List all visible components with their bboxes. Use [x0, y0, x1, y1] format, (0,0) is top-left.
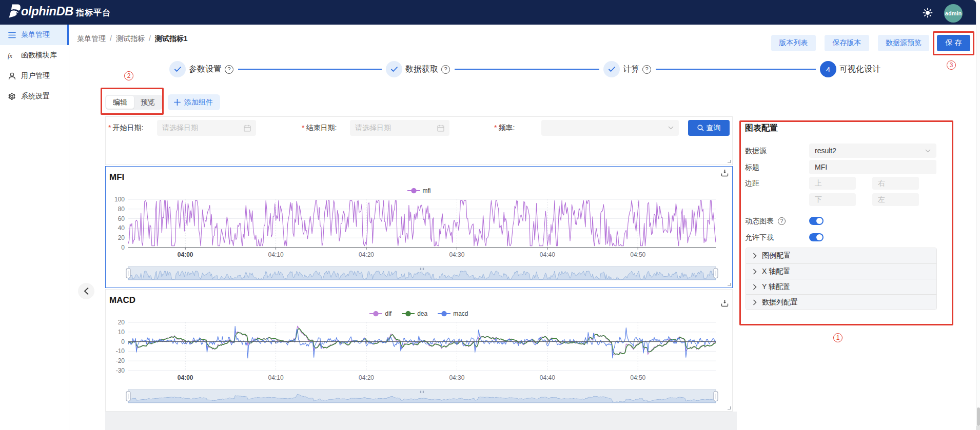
dynamic-chart-label: 动态图表 [745, 217, 774, 225]
sidebar: 菜单管理 fx 函数模块库 用户管理 系统设置 [0, 25, 69, 430]
add-component-label: 添加组件 [184, 98, 213, 107]
mfi-line-chart[interactable]: 02040608010004:0004:1004:2004:3004:4004:… [106, 167, 732, 287]
series-config-row[interactable]: 数据列配置 [746, 294, 936, 310]
scrollbar-thumb[interactable] [977, 407, 980, 426]
edit-tab[interactable]: 编辑 [106, 96, 134, 109]
frequency-label: *频率: [494, 117, 515, 139]
collapse-panel-button[interactable] [78, 283, 94, 299]
config-panel-title: 图表配置 [745, 123, 778, 134]
preview-tab[interactable]: 预览 [134, 96, 162, 109]
theme-toggle-sun-icon[interactable] [923, 8, 933, 18]
start-date-input[interactable]: 请选择日期 [157, 120, 256, 136]
version-list-button[interactable]: 版本列表 [771, 35, 816, 51]
field-label-text: 结束日期 [306, 124, 335, 132]
chart-title-input[interactable]: MFI [809, 160, 936, 174]
sidebar-item-label: 函数模块库 [21, 51, 57, 60]
field-label-text: 开始日期 [112, 124, 141, 132]
macd-chart-card[interactable]: MACD difdeamacd -30-20-100102004:0004:10… [105, 289, 733, 412]
search-icon [697, 125, 704, 131]
chevron-right-icon [753, 284, 757, 290]
step-3-help-icon[interactable]: ? [642, 65, 651, 74]
annotation-number-3: 3 [947, 60, 956, 70]
resize-handle[interactable] [728, 406, 731, 409]
help-icon[interactable]: ? [778, 217, 786, 225]
query-button[interactable]: 查询 [688, 120, 730, 136]
svg-text:0: 0 [121, 338, 125, 345]
sidebar-item-menu-management[interactable]: 菜单管理 [0, 25, 69, 45]
dolphindb-logo[interactable]: olphinDB [8, 5, 80, 17]
canvas-empty-area [105, 412, 737, 430]
chevron-down-icon [925, 149, 931, 153]
svg-text:04:40: 04:40 [540, 374, 555, 381]
chart-title-label: 标题 [745, 160, 759, 174]
mfi-chart-card[interactable]: MFI mfi 02040608010004:0004:1004:2004:30… [105, 166, 733, 288]
svg-text:olphinDB: olphinDB [21, 5, 73, 18]
x-axis-config-row[interactable]: X 轴配置 [746, 263, 936, 279]
step-1-check-icon[interactable] [169, 61, 186, 77]
chevron-left-icon [84, 287, 89, 295]
avatar[interactable]: admin [944, 4, 963, 23]
step-connector [455, 69, 599, 70]
sidebar-item-label: 系统设置 [21, 92, 50, 101]
end-date-input[interactable]: 请选择日期 [350, 120, 449, 136]
calendar-icon [437, 125, 444, 132]
breadcrumb-item[interactable]: 测试指标 [116, 34, 145, 43]
save-button[interactable]: 保 存 [937, 35, 970, 51]
step-4-number[interactable]: 4 [820, 61, 836, 77]
breadcrumb-item-current: 测试指标1 [155, 34, 188, 43]
save-version-button[interactable]: 保存版本 [825, 35, 869, 51]
gear-icon [8, 92, 16, 100]
chevron-right-icon [753, 269, 757, 275]
svg-text:04:50: 04:50 [630, 374, 645, 381]
app-title: 指标平台 [76, 8, 111, 18]
config-collapse: 图例配置 X 轴配置 Y 轴配置 数据列配置 [746, 248, 937, 310]
sidebar-item-system-settings[interactable]: 系统设置 [0, 86, 69, 107]
legend-config-row[interactable]: 图例配置 [746, 248, 936, 263]
datasource-select[interactable]: result2 [809, 144, 936, 158]
margin-label: 边距 [745, 177, 759, 190]
step-1-help-icon[interactable]: ? [225, 65, 233, 74]
sidebar-item-user-management[interactable]: 用户管理 [0, 66, 69, 86]
svg-text:-20: -20 [116, 357, 125, 364]
step-3-check-icon[interactable] [603, 61, 620, 77]
vertical-scrollbar[interactable] [976, 0, 980, 430]
scrollbar-corner [976, 426, 980, 430]
calendar-icon [244, 125, 251, 132]
sidebar-item-label: 用户管理 [21, 71, 50, 80]
step-2-check-icon[interactable] [386, 61, 402, 77]
breadcrumb-item[interactable]: 菜单管理 [77, 34, 106, 43]
margin-right-input[interactable]: 右 [872, 177, 919, 190]
datasource-label: 数据源 [745, 144, 767, 158]
chevron-down-icon [668, 126, 674, 130]
svg-text:04:10: 04:10 [268, 374, 284, 381]
breadcrumb-separator: / [149, 34, 151, 43]
add-component-button[interactable]: 添加组件 [168, 94, 220, 110]
margin-bottom-input[interactable]: 下 [809, 193, 856, 206]
step-1-label: 参数设置 [189, 61, 222, 77]
margin-top-input[interactable]: 上 [809, 177, 856, 190]
dynamic-chart-switch[interactable] [809, 217, 824, 225]
menu-icon [8, 31, 16, 39]
margin-left-input[interactable]: 左 [872, 193, 919, 206]
start-date-label: *开始日期: [108, 117, 143, 139]
resize-handle[interactable] [728, 160, 731, 163]
allow-download-label: 允许下载 [745, 233, 774, 241]
y-axis-config-row[interactable]: Y 轴配置 [746, 279, 936, 294]
frequency-select[interactable] [541, 120, 679, 136]
svg-text:100: 100 [114, 196, 125, 203]
sidebar-item-label: 菜单管理 [21, 30, 50, 39]
allow-download-switch[interactable] [809, 233, 824, 241]
svg-text:-10: -10 [116, 347, 125, 355]
step-2-help-icon[interactable]: ? [441, 65, 450, 74]
macd-line-chart[interactable]: -30-20-100102004:0004:1004:2004:3004:400… [106, 290, 732, 411]
svg-text:20: 20 [118, 234, 125, 241]
datasource-preview-button[interactable]: 数据源预览 [878, 35, 929, 51]
resize-handle[interactable] [728, 283, 731, 286]
svg-text:40: 40 [118, 224, 125, 232]
svg-text:0: 0 [121, 244, 125, 251]
field-label-text: 频率 [498, 124, 513, 132]
sidebar-item-function-modules[interactable]: fx 函数模块库 [0, 45, 69, 66]
fx-icon: fx [8, 51, 16, 59]
step-3-label: 计算 [623, 61, 639, 77]
svg-text:20: 20 [118, 319, 125, 326]
